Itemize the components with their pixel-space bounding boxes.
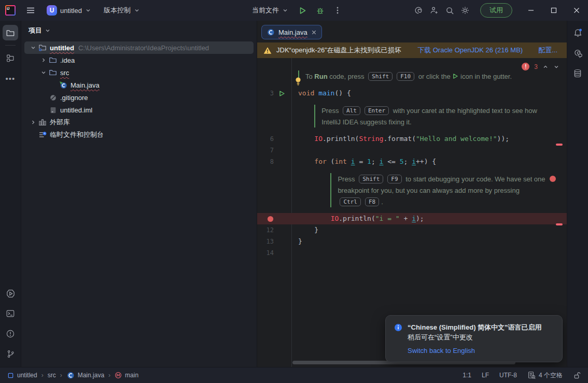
tree-item-label: 临时文件和控制台	[50, 130, 104, 139]
code-line[interactable]: 12 }	[257, 224, 567, 236]
tree-item-untitled-iml[interactable]: untitled.iml	[24, 104, 254, 116]
breadcrumb-item-main[interactable]: main	[115, 372, 138, 379]
close-button[interactable]	[565, 0, 588, 21]
terminal-tool-button[interactable]	[3, 306, 18, 321]
run-button[interactable]	[295, 3, 310, 18]
notification-title: “Chinese (Simplified) 简体中文”语言已启用	[408, 322, 542, 332]
indent-setting[interactable]: 4 个空格	[527, 371, 563, 380]
tree-item-main-java[interactable]: Main.java	[24, 79, 254, 91]
minimize-icon	[528, 7, 534, 13]
notification-body: 稍后可在“设置”中更改	[408, 332, 542, 342]
intellij-logo-icon: IJ	[5, 5, 16, 16]
code-line[interactable]: 3void main() {	[257, 88, 567, 99]
code-line[interactable]: 13}	[257, 236, 567, 247]
line-separator[interactable]: LF	[482, 372, 489, 379]
database-tool-button[interactable]	[570, 65, 585, 81]
code-line[interactable]: 7	[257, 145, 567, 156]
tree-item-label: .gitignore	[60, 94, 88, 102]
chevron-down-icon[interactable]	[29, 45, 38, 51]
next-error-icon[interactable]	[553, 64, 559, 70]
previous-error-icon[interactable]	[542, 64, 549, 70]
project-tool-button[interactable]	[3, 25, 18, 40]
breadcrumb-item-untitled[interactable]: untitled	[7, 372, 37, 379]
stripe-divider	[5, 45, 16, 46]
inspections-widget[interactable]: ! 3	[522, 63, 559, 70]
run-configuration-selector[interactable]: 当前文件	[248, 4, 292, 17]
chevron-right-icon[interactable]	[39, 57, 48, 63]
project-panel-title: 项目	[29, 26, 42, 35]
breakpoint-icon[interactable]	[257, 216, 274, 222]
vcs-widget[interactable]: 版本控制	[100, 4, 144, 17]
tree-item--[interactable]: 临时文件和控制台	[24, 129, 254, 141]
code-line-breakpoint[interactable]: IO.println("i = " + i);	[257, 213, 567, 224]
breadcrumb-item-main-java[interactable]: Main.java	[66, 371, 104, 379]
java-class-icon	[267, 28, 275, 36]
commit-icon	[6, 53, 15, 63]
code-editor[interactable]: To Run code, press ShiftF10 or click the…	[257, 58, 567, 367]
search-everywhere-button[interactable]	[442, 3, 457, 18]
lock-open-icon[interactable]	[573, 372, 581, 379]
problems-tool-button[interactable]	[3, 326, 18, 342]
line-number: 8	[257, 156, 274, 167]
ai-assistant-button[interactable]	[411, 3, 426, 18]
intention-lightbulb-icon[interactable]	[295, 77, 302, 86]
code-text: for (int i = 1; i <= 5; i++) {	[291, 156, 567, 167]
iml-icon	[48, 106, 58, 114]
code-text	[291, 247, 567, 259]
language-notification: “Chinese (Simplified) 简体中文”语言已启用 稍后可在“设置…	[385, 315, 563, 362]
tree-item-label: .idea	[60, 56, 75, 64]
keycap: F8	[365, 197, 379, 206]
chevron-right-icon[interactable]	[29, 119, 38, 125]
vcs-label: 版本控制	[104, 6, 131, 15]
main-menu-button[interactable]	[23, 3, 38, 18]
tree-item--[interactable]: 外部库	[24, 116, 254, 129]
tree-item-untitled[interactable]: untitledC:\Users\Administrator\IdeaProje…	[24, 41, 254, 54]
chevron-down-icon	[85, 7, 91, 13]
tree-item--gitignore[interactable]: .gitignore	[24, 91, 254, 104]
notifications-button[interactable]	[570, 25, 585, 40]
tab-main-java[interactable]: Main.java	[261, 25, 322, 39]
more-tools-button[interactable]: •••	[3, 70, 18, 86]
configure-jdk-link[interactable]: 配置...	[538, 46, 557, 55]
search-icon	[445, 6, 454, 15]
code-line[interactable]: 6 IO.println(String.format("Hello and we…	[257, 133, 567, 145]
line-number: 7	[257, 145, 274, 156]
caret-position[interactable]: 1:1	[463, 372, 471, 379]
code-line[interactable]: 8 for (int i = 1; i <= 5; i++) {	[257, 156, 567, 167]
commit-tool-button[interactable]	[3, 50, 18, 66]
run-gutter-icon[interactable]	[274, 90, 289, 97]
tab-close-icon[interactable]	[311, 30, 317, 35]
settings-button[interactable]	[457, 3, 473, 18]
more-actions-button[interactable]	[330, 3, 345, 18]
module-icon	[7, 372, 14, 379]
project-widget[interactable]: U untitled	[43, 3, 95, 18]
code-text: IO.println("i = " + i);	[291, 213, 567, 224]
debug-button[interactable]	[312, 3, 328, 18]
javaclass-icon	[66, 371, 75, 379]
minimize-button[interactable]	[520, 0, 542, 21]
tree-item-label: untitled	[50, 44, 74, 52]
trial-badge[interactable]: 试用	[480, 3, 512, 18]
project-name: untitled	[60, 7, 82, 15]
ai-assistant-tool-button[interactable]	[570, 45, 585, 61]
tree-item-label: 外部库	[50, 118, 70, 127]
download-jdk-link[interactable]: 下载 Oracle OpenJDK 26 (216 MB)	[417, 46, 523, 55]
code-with-me-button[interactable]	[426, 3, 442, 18]
keycap: Shift	[359, 175, 383, 183]
file-encoding[interactable]: UTF-8	[499, 372, 517, 379]
right-tool-stripe	[567, 21, 588, 367]
tree-item-src[interactable]: src	[24, 66, 254, 79]
switch-to-english-link[interactable]: Switch back to English	[408, 347, 542, 354]
chevron-down-icon[interactable]	[39, 69, 48, 76]
git-tool-button[interactable]	[3, 346, 18, 362]
chevron-down-icon[interactable]	[45, 27, 51, 34]
terminal-icon	[6, 309, 15, 318]
run-tool-button[interactable]	[3, 286, 18, 301]
breadcrumb-item-src[interactable]: src	[48, 372, 56, 379]
folder-icon	[48, 68, 58, 77]
maximize-button[interactable]	[542, 0, 565, 21]
code-line[interactable]: 14	[257, 247, 567, 259]
line-number: 12	[257, 224, 274, 236]
tree-item--idea[interactable]: .idea	[24, 54, 254, 66]
run-hexagon-icon	[6, 289, 16, 299]
